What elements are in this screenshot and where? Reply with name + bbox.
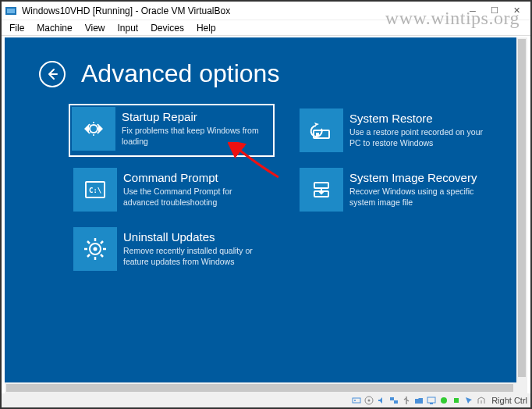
tile-uninstall-updates[interactable]: Uninstall Updates Remove recently instal… <box>70 224 273 274</box>
svg-rect-18 <box>430 403 433 404</box>
svg-point-10 <box>94 247 98 251</box>
recovery-screen: Advanced options Startup Repair Fix prob… <box>5 37 516 296</box>
page-title: Advanced options <box>81 59 279 88</box>
tile-title: System Restore <box>349 112 490 126</box>
startup-repair-icon <box>72 107 115 151</box>
svg-rect-15 <box>390 397 394 400</box>
horizontal-scrollbar[interactable] <box>5 382 527 393</box>
tile-startup-repair[interactable]: Startup Repair Fix problems that keep Wi… <box>70 105 273 155</box>
menu-file[interactable]: File <box>5 21 29 35</box>
tiles-grid: Startup Repair Fix problems that keep Wi… <box>70 105 482 274</box>
tile-desc: Remove recently installed quality or fea… <box>123 246 264 267</box>
tile-system-image-recovery[interactable]: System Image Recovery Recover Windows us… <box>296 165 499 215</box>
tile-command-prompt[interactable]: C:\ Command Prompt Use the Command Promp… <box>70 165 273 215</box>
menu-devices[interactable]: Devices <box>146 21 189 35</box>
system-restore-icon <box>300 108 343 152</box>
minimize-button[interactable]: ─ <box>462 3 484 19</box>
svg-point-2 <box>90 125 98 133</box>
optical-icon <box>364 395 374 406</box>
arrow-left-icon <box>45 67 59 81</box>
header-row: Advanced options <box>39 59 482 88</box>
tile-title: System Image Recovery <box>349 171 490 185</box>
cpu-icon <box>451 395 462 406</box>
shared-folders-icon <box>413 395 424 406</box>
vb-menubar: File Machine View Input Devices Help <box>2 20 530 36</box>
tile-desc: Use the Command Prompt for advanced trou… <box>123 187 264 208</box>
uninstall-updates-icon <box>73 227 117 271</box>
tile-system-restore[interactable]: System Restore Use a restore point recor… <box>296 105 499 155</box>
svg-rect-7 <box>314 183 328 188</box>
svg-point-12 <box>354 400 356 401</box>
tile-desc: Recover Windows using a specific system … <box>349 187 490 208</box>
svg-rect-16 <box>394 400 398 404</box>
vb-statusbar: Right Ctrl <box>2 393 530 407</box>
menu-view[interactable]: View <box>80 21 110 35</box>
close-button[interactable]: ✕ <box>505 3 527 19</box>
tile-title: Startup Repair <box>122 110 265 124</box>
vm-display: Advanced options Startup Repair Fix prob… <box>5 37 516 382</box>
window-title: Windows10VHD [Running] - Oracle VM Virtu… <box>22 5 462 16</box>
recording-icon <box>438 395 449 406</box>
usb-icon <box>401 395 412 406</box>
display-icon <box>426 395 437 406</box>
hdd-icon <box>351 395 362 406</box>
svg-rect-17 <box>427 397 435 403</box>
virtualbox-logo-icon <box>5 5 17 17</box>
tile-title: Uninstall Updates <box>123 230 264 244</box>
window-buttons: ─ ☐ ✕ <box>462 3 527 19</box>
tile-desc: Use a restore point recorded on your PC … <box>349 127 490 148</box>
tile-title: Command Prompt <box>123 171 264 185</box>
svg-point-19 <box>441 397 447 404</box>
svg-text:C:\: C:\ <box>89 187 101 194</box>
svg-point-14 <box>368 400 371 402</box>
vertical-scrollbar[interactable] <box>516 37 527 382</box>
svg-rect-11 <box>353 398 360 403</box>
network-icon <box>388 395 399 406</box>
svg-rect-1 <box>7 9 15 13</box>
tile-desc: Fix problems that keep Windows from load… <box>122 126 265 147</box>
command-prompt-icon: C:\ <box>73 168 117 212</box>
menu-help[interactable]: Help <box>192 21 221 35</box>
hostkey-icon <box>476 395 487 406</box>
back-button[interactable] <box>39 61 66 87</box>
system-image-recovery-icon <box>300 168 343 212</box>
vb-titlebar: Windows10VHD [Running] - Oracle VM Virtu… <box>2 2 530 20</box>
hostkey-label: Right Ctrl <box>491 396 527 405</box>
maximize-button[interactable]: ☐ <box>484 3 505 19</box>
menu-input[interactable]: Input <box>113 21 144 35</box>
svg-rect-20 <box>454 398 459 403</box>
mouse-integration-icon <box>463 395 474 406</box>
audio-icon <box>376 395 387 406</box>
menu-machine[interactable]: Machine <box>32 21 76 35</box>
